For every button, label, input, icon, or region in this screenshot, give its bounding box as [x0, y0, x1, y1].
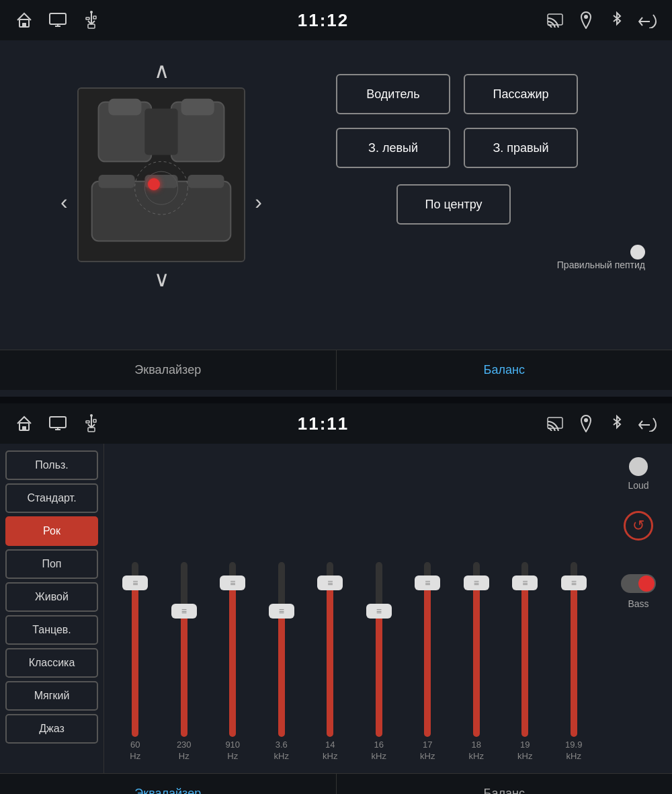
loud-control: Loud [628, 457, 648, 491]
slider-thumb-2[interactable] [220, 575, 245, 590]
preset-btn-myagkiy[interactable]: Мягкий [5, 681, 98, 711]
bass-toggle-knob [638, 575, 655, 592]
monitor-icon[interactable] [47, 9, 69, 31]
slider-track-9[interactable] [571, 562, 577, 737]
slider-thumb-8[interactable] [512, 575, 538, 590]
preset-list: Польз.Стандарт.РокПопЖивойТанцев.Классик… [0, 444, 104, 773]
top-panel: 11:12 [0, 0, 672, 397]
indicator-dot [630, 245, 645, 260]
slider-thumb-9[interactable] [561, 575, 587, 590]
freq-label-5: 16kHz [356, 740, 402, 762]
slider-thumb-7[interactable] [464, 575, 489, 590]
rear-left-seat-btn[interactable]: З. левый [336, 128, 450, 168]
bottom-status-bar: 11:11 [0, 403, 672, 444]
preset-btn-zhivoy[interactable]: Живой [5, 582, 98, 612]
location-icon[interactable] [575, 9, 597, 31]
slider-thumb-4[interactable] [317, 575, 343, 590]
freq-label-6: 17kHz [405, 740, 450, 762]
svg-rect-13 [108, 99, 141, 116]
bottom-cast-icon[interactable] [544, 413, 566, 434]
slider-thumb-0[interactable] [122, 575, 148, 590]
bass-toggle[interactable] [621, 574, 656, 593]
preset-btn-rok[interactable]: Рок [5, 516, 98, 546]
slider-col-0 [112, 562, 158, 737]
preset-btn-standar[interactable]: Стандарт. [5, 483, 98, 513]
freq-label-3: 3.6kHz [259, 740, 304, 762]
slider-track-0[interactable] [132, 562, 138, 737]
arrow-down-btn[interactable]: ∨ [140, 262, 183, 296]
slider-track-8[interactable] [521, 562, 528, 737]
bluetooth-icon[interactable] [606, 9, 628, 31]
svg-point-3 [90, 11, 93, 13]
bottom-status-right [544, 413, 659, 434]
freq-labels-row: 60Hz230Hz910Hz3.6kHz14kHz16kHz17kHz18kHz… [104, 737, 605, 766]
slider-thumb-5[interactable] [366, 604, 392, 619]
slider-track-1[interactable] [181, 562, 187, 737]
svg-rect-16 [92, 182, 231, 241]
top-status-bar: 11:12 [0, 0, 672, 40]
slider-thumb-6[interactable] [415, 575, 440, 590]
slider-col-4 [307, 562, 353, 737]
tab-balance-bottom[interactable]: Баланс [337, 774, 673, 794]
preset-btn-polz[interactable]: Польз. [5, 450, 98, 480]
slider-track-6[interactable] [424, 562, 431, 737]
slider-thumb-1[interactable] [171, 604, 197, 619]
panel-divider [0, 397, 672, 403]
bottom-back-icon[interactable] [637, 413, 659, 434]
svg-rect-26 [88, 428, 95, 432]
slider-fill-3 [278, 611, 285, 737]
slider-fill-2 [229, 583, 236, 737]
sliders-container [104, 450, 605, 737]
slider-col-2 [210, 562, 255, 737]
cast-icon[interactable] [544, 9, 566, 31]
seat-buttons-area: Водитель Пассажир З. левый З. правый По … [323, 54, 672, 350]
slider-track-3[interactable] [278, 562, 285, 737]
tab-balance-top[interactable]: Баланс [337, 350, 673, 390]
slider-track-4[interactable] [327, 562, 333, 737]
preset-btn-klassika[interactable]: Классика [5, 648, 98, 678]
preset-btn-pop[interactable]: Поп [5, 549, 98, 579]
freq-label-4: 14kHz [307, 740, 353, 762]
svg-rect-23 [22, 426, 26, 430]
home-icon[interactable] [13, 9, 35, 31]
svg-rect-6 [93, 16, 96, 19]
arrow-up-btn[interactable]: ∧ [140, 54, 183, 87]
arrow-left-btn[interactable]: ‹ [54, 183, 75, 221]
slider-fill-8 [521, 583, 528, 737]
bottom-location-icon[interactable] [575, 413, 597, 434]
slider-track-2[interactable] [229, 562, 236, 737]
right-indicator: Правильный пептид [557, 245, 672, 270]
bottom-bluetooth-icon[interactable] [606, 413, 628, 434]
bottom-home-icon[interactable] [13, 413, 35, 434]
preset-btn-dzhaz[interactable]: Джаз [5, 714, 98, 744]
slider-fill-9 [571, 583, 577, 737]
tab-equalizer-top[interactable]: Эквалайзер [0, 350, 337, 390]
svg-rect-27 [86, 421, 89, 423]
freq-label-1: 230Hz [161, 740, 207, 762]
center-seat-row: По центру [396, 182, 511, 225]
reset-btn[interactable]: ↺ [624, 511, 653, 541]
slider-fill-7 [473, 583, 480, 737]
driver-seat-btn[interactable]: Водитель [336, 74, 450, 114]
slider-fill-4 [327, 583, 333, 737]
tab-equalizer-bottom[interactable]: Эквалайзер [0, 774, 337, 794]
svg-rect-7 [548, 14, 562, 25]
loud-toggle[interactable] [629, 457, 648, 476]
preset-btn-tancev[interactable]: Танцев. [5, 615, 98, 645]
bottom-monitor-icon[interactable] [47, 413, 69, 434]
slider-thumb-3[interactable] [269, 604, 294, 619]
center-seat-btn[interactable]: По центру [396, 184, 511, 225]
svg-rect-1 [22, 23, 26, 27]
slider-track-5[interactable] [376, 562, 382, 737]
slider-col-1 [161, 562, 207, 737]
arrow-right-btn[interactable]: › [248, 183, 269, 221]
bottom-usb-icon[interactable] [81, 413, 102, 434]
passenger-seat-btn[interactable]: Пассажир [464, 74, 578, 114]
back-icon[interactable] [637, 9, 659, 31]
bottom-time: 11:11 [298, 413, 349, 434]
rear-right-seat-btn[interactable]: З. правый [464, 128, 578, 168]
slider-track-7[interactable] [473, 562, 480, 737]
svg-point-31 [584, 418, 588, 422]
top-status-left [13, 9, 102, 31]
usb-icon[interactable] [81, 9, 102, 31]
